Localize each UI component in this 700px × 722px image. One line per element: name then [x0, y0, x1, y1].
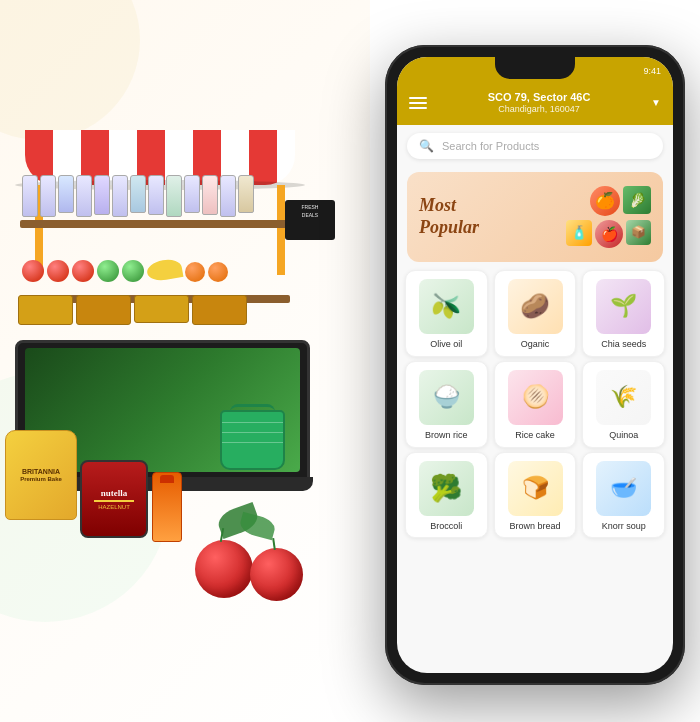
product-image-soup: 🥣	[596, 461, 651, 516]
products-row-2: 🍚 Brown rice 🫓 Rice cake 🌾 Quinoa	[405, 361, 665, 448]
location-main: SCO 79, Sector 46C	[437, 91, 641, 104]
product-olive-oil[interactable]: 🫒 Olive oil	[405, 270, 488, 357]
product-image-broccoli: 🥦	[419, 461, 474, 516]
products-grid: 🫒 Olive oil 🥔 Oganic 🌱 Chia seeds	[397, 270, 673, 538]
product-rice-cake[interactable]: 🫓 Rice cake	[494, 361, 577, 448]
product-name-bread: Brown bread	[509, 521, 560, 532]
product-name-rice: Brown rice	[425, 430, 468, 441]
product-chia-seeds[interactable]: 🌱 Chia seeds	[582, 270, 665, 357]
product-image-bread: 🍞	[508, 461, 563, 516]
location-info[interactable]: SCO 79, Sector 46C Chandigarh, 160047	[437, 91, 641, 115]
search-placeholder: Search for Products	[442, 140, 539, 152]
banner-pack-icon: 📦	[626, 220, 651, 245]
product-organic[interactable]: 🥔 Oganic	[494, 270, 577, 357]
product-image-organic: 🥔	[508, 279, 563, 334]
banner-text: Most Popular	[419, 195, 479, 238]
product-image-quinoa: 🌾	[596, 370, 651, 425]
banner-veg-icon: 🥬	[623, 186, 651, 214]
product-quinoa[interactable]: 🌾 Quinoa	[582, 361, 665, 448]
banner-apple-icon: 🍎	[595, 220, 623, 248]
banner-orange-icon: 🍊	[590, 186, 620, 216]
product-broccoli[interactable]: 🥦 Broccoli	[405, 452, 488, 539]
location-sub: Chandigarh, 160047	[437, 104, 641, 115]
product-name-organic: Oganic	[521, 339, 550, 350]
hamburger-line-3	[409, 107, 427, 109]
banner-product-stack: 🍊 🥬 🧴 🍎 📦	[566, 186, 651, 248]
product-brown-rice[interactable]: 🍚 Brown rice	[405, 361, 488, 448]
hamburger-line-2	[409, 102, 427, 104]
banner-line2: Popular	[419, 217, 479, 239]
product-name-chia: Chia seeds	[601, 339, 646, 350]
hamburger-menu[interactable]	[409, 97, 427, 109]
product-image-olive-oil: 🫒	[419, 279, 474, 334]
app-header: SCO 79, Sector 46C Chandigarh, 160047 ▼	[397, 85, 673, 125]
phone-frame: 9:41 SCO 79, Sector 46C Chandigarh, 1600…	[385, 45, 685, 685]
product-name-quinoa: Quinoa	[609, 430, 638, 441]
dropdown-arrow[interactable]: ▼	[651, 97, 661, 108]
hamburger-line-1	[409, 97, 427, 99]
most-popular-banner: Most Popular 🍊 🥬 🧴 🍎 📦	[407, 172, 663, 262]
app-content[interactable]: Most Popular 🍊 🥬 🧴 🍎 📦	[397, 167, 673, 673]
product-image-chia: 🌱	[596, 279, 651, 334]
search-icon: 🔍	[419, 139, 434, 153]
product-brown-bread[interactable]: 🍞 Brown bread	[494, 452, 577, 539]
left-scene: FRESHDEALS BRITANNIAPremium Bake nutella…	[0, 0, 370, 722]
phone-screen: 9:41 SCO 79, Sector 46C Chandigarh, 1600…	[397, 57, 673, 673]
product-name-broccoli: Broccoli	[430, 521, 462, 532]
product-image-rice: 🍚	[419, 370, 474, 425]
products-row-3: 🥦 Broccoli 🍞 Brown bread 🥣 Knorr soup	[405, 452, 665, 539]
product-name-soup: Knorr soup	[602, 521, 646, 532]
search-bar[interactable]: 🔍 Search for Products	[407, 133, 663, 159]
product-knorr-soup[interactable]: 🥣 Knorr soup	[582, 452, 665, 539]
product-name-ricecake: Rice cake	[515, 430, 555, 441]
banner-bottle-icon: 🧴	[566, 220, 592, 246]
products-row-1: 🫒 Olive oil 🥔 Oganic 🌱 Chia seeds	[405, 270, 665, 357]
phone-notch	[495, 57, 575, 79]
phone-container: 9:41 SCO 79, Sector 46C Chandigarh, 1600…	[385, 45, 685, 685]
product-image-ricecake: 🫓	[508, 370, 563, 425]
banner-line1: Most	[419, 195, 479, 217]
product-name-olive-oil: Olive oil	[430, 339, 462, 350]
status-time: 9:41	[643, 66, 661, 76]
